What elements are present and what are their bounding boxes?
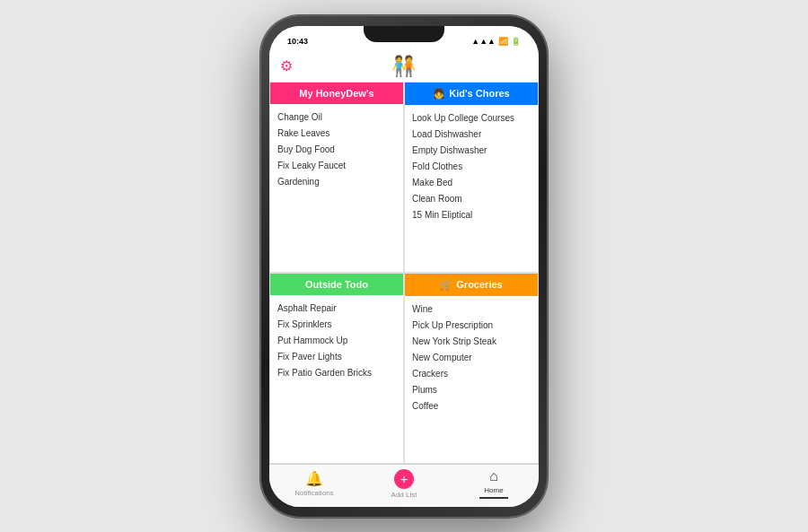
phone-screen: 10:43 ▲▲▲ 📶 🔋 ⚙ 🧑‍🤝‍🧑 My HoneyDew's Chan… (269, 26, 539, 507)
active-indicator (479, 497, 508, 499)
list-item[interactable]: Look Up College Courses (412, 110, 531, 126)
notifications-icon: 🔔 (305, 470, 323, 487)
list-item[interactable]: Asphalt Repair (277, 301, 396, 317)
quadrant-header-kids: 👧 Kid's Chores (405, 83, 538, 105)
honeydews-body[interactable]: Change Oil Rake Leaves Buy Dog Food Fix … (270, 104, 403, 272)
quadrant-groceries: 🛒 Groceries Wine Pick Up Prescription Ne… (404, 273, 539, 464)
list-item[interactable]: Fix Sprinklers (277, 317, 396, 333)
quadrant-header-honeydews: My HoneyDew's (270, 83, 403, 104)
status-time: 10:43 (287, 37, 308, 46)
list-item[interactable]: 15 Min Eliptical (412, 207, 531, 223)
list-item[interactable]: Fix Leaky Faucet (277, 158, 396, 174)
app-header: ⚙ 🧑‍🤝‍🧑 (269, 51, 539, 82)
tab-bar: 🔔 Notifications + Add List ⌂ Home (269, 464, 539, 507)
quadrant-outside-todo: Outside Todo Asphalt Repair Fix Sprinkle… (269, 273, 404, 464)
tab-add-list[interactable]: + Add List (359, 469, 449, 499)
list-item[interactable]: Empty Dishwasher (412, 143, 531, 159)
add-list-label: Add List (391, 491, 417, 499)
list-item[interactable]: Make Bed (412, 175, 531, 191)
quadrant-header-outside: Outside Todo (270, 274, 403, 295)
app-logo-icon: 🧑‍🤝‍🧑 (391, 55, 416, 78)
phone-wrapper: 10:43 ▲▲▲ 📶 🔋 ⚙ 🧑‍🤝‍🧑 My HoneyDew's Chan… (260, 15, 548, 518)
list-item[interactable]: Change Oil (277, 109, 396, 126)
list-item[interactable]: Clean Room (412, 191, 531, 207)
home-icon: ⌂ (489, 468, 498, 484)
kids-body[interactable]: Look Up College Courses Load Dishwasher … (405, 105, 538, 272)
list-item[interactable]: Load Dishwasher (412, 126, 531, 143)
list-item[interactable]: Coffee (412, 398, 531, 414)
list-item[interactable]: Fix Paver Lights (277, 349, 396, 365)
list-item[interactable]: New York Strip Steak (412, 334, 531, 350)
status-bar: 10:43 ▲▲▲ 📶 🔋 (269, 26, 539, 51)
list-item[interactable]: Pick Up Prescription (412, 318, 531, 334)
grid-container: My HoneyDew's Change Oil Rake Leaves Buy… (269, 82, 539, 464)
list-item[interactable]: Fold Clothes (412, 159, 531, 175)
notch (364, 26, 444, 42)
tab-notifications[interactable]: 🔔 Notifications (269, 470, 359, 497)
kids-label: Kid's Chores (449, 88, 509, 99)
status-icons: ▲▲▲ 📶 🔋 (471, 37, 521, 46)
notifications-label: Notifications (294, 489, 334, 497)
outside-body[interactable]: Asphalt Repair Fix Sprinklers Put Hammoc… (270, 295, 403, 463)
signal-icon: ▲▲▲ (471, 37, 496, 46)
home-label: Home (484, 486, 503, 494)
quadrant-header-groceries: 🛒 Groceries (405, 274, 538, 296)
groceries-icon: 🛒 (440, 279, 452, 291)
list-item[interactable]: Gardening (277, 174, 396, 190)
list-item[interactable]: Crackers (412, 366, 531, 382)
list-item[interactable]: Rake Leaves (277, 126, 396, 142)
list-item[interactable]: Wine (412, 301, 531, 318)
tab-home[interactable]: ⌂ Home (449, 468, 539, 499)
honeydews-label: My HoneyDew's (299, 88, 373, 99)
settings-icon[interactable]: ⚙ (280, 57, 293, 74)
quadrant-kids-chores: 👧 Kid's Chores Look Up College Courses L… (404, 82, 539, 273)
battery-icon: 🔋 (511, 37, 521, 46)
list-item[interactable]: Put Hammock Up (277, 333, 396, 349)
list-item[interactable]: New Computer (412, 350, 531, 366)
quadrant-my-honeydews: My HoneyDew's Change Oil Rake Leaves Buy… (269, 82, 404, 273)
groceries-body[interactable]: Wine Pick Up Prescription New York Strip… (405, 296, 538, 463)
wifi-icon: 📶 (498, 37, 508, 46)
list-item[interactable]: Fix Patio Garden Bricks (277, 365, 396, 381)
list-item[interactable]: Buy Dog Food (277, 142, 396, 158)
outside-label: Outside Todo (305, 279, 368, 290)
add-list-icon: + (394, 469, 414, 489)
list-item[interactable]: Plums (412, 382, 531, 398)
groceries-label: Groceries (456, 279, 502, 290)
kids-icon: 👧 (433, 88, 445, 100)
